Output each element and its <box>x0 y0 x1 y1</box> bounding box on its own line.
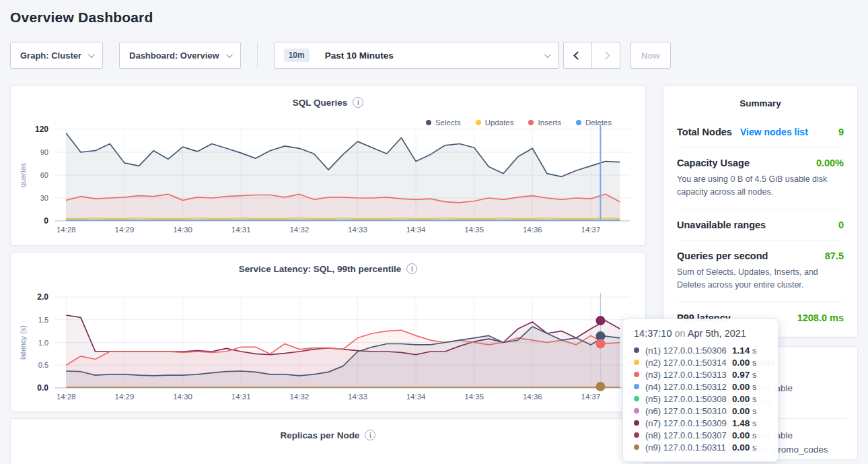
service-latency-panel: Service Latency: SQL, 99th percentile i … <box>10 252 646 412</box>
sql-queries-panel: SQL Queries i Selects Updates Inserts <box>10 86 646 246</box>
node-latency-value: 0.00 s <box>732 394 767 404</box>
tooltip-node-row: (n3) 127.0.0.1:50313 0.97 s <box>634 368 767 380</box>
svg-text:2.0: 2.0 <box>37 292 48 302</box>
node-address: (n1) 127.0.0.1:50306 <box>645 345 727 356</box>
node-color-dot <box>634 384 639 389</box>
node-latency-value: 1.48 s <box>732 418 767 428</box>
node-address: (n6) 127.0.0.1:50310 <box>645 406 727 416</box>
tooltip-date: Apr 5th, 2021 <box>688 328 746 339</box>
svg-text:14:34: 14:34 <box>406 393 426 401</box>
sql-queries-chart[interactable]: 030609012014:2814:2914:3014:3114:3214:33… <box>11 86 647 246</box>
graph-dropdown-label: Graph: Cluster <box>20 51 81 61</box>
time-next-button[interactable] <box>591 42 620 69</box>
svg-text:14:30: 14:30 <box>173 393 192 401</box>
time-range-label: Past 10 Minutes <box>325 51 394 61</box>
chevron-down-icon <box>226 51 233 58</box>
graph-dropdown[interactable]: Graph: Cluster <box>10 42 103 69</box>
replicas-per-node-panel: Replicas per Node i <box>10 418 646 464</box>
node-latency-value: 0.97 s <box>732 370 767 380</box>
chart-hover-tooltip: 14:37:10 on Apr 5th, 2021 (n1) 127.0.0.1… <box>622 319 779 462</box>
svg-text:14:36: 14:36 <box>523 393 542 401</box>
svg-text:14:31: 14:31 <box>231 226 251 234</box>
tooltip-timestamp: 14:37:10 on Apr 5th, 2021 <box>634 328 767 339</box>
time-prev-button[interactable] <box>563 42 592 69</box>
summary-value: 1208.0 ms <box>797 312 844 323</box>
chevron-down-icon <box>544 51 551 58</box>
summary-row-unavailable-ranges: Unavailable ranges 0 <box>677 209 844 240</box>
svg-text:0.5: 0.5 <box>38 361 48 369</box>
node-color-dot <box>634 396 639 401</box>
time-pager <box>563 42 620 69</box>
tooltip-node-row: (n6) 127.0.0.1:50310 0.00 s <box>634 405 767 417</box>
summary-row-qps: Queries per second 87.5 Sum of Selects, … <box>677 240 844 302</box>
summary-value: 9 <box>838 127 844 137</box>
node-latency-value: 0.00 s <box>732 382 767 392</box>
node-color-dot <box>634 408 639 413</box>
chart-title: Replicas per Node <box>281 430 360 440</box>
chevron-down-icon <box>88 51 95 58</box>
svg-text:latency (s): latency (s) <box>19 325 27 360</box>
svg-text:14:35: 14:35 <box>464 226 484 234</box>
svg-text:14:31: 14:31 <box>231 393 251 401</box>
tooltip-node-row: (n7) 127.0.0.1:50309 1.48 s <box>634 417 767 429</box>
tooltip-time: 14:37:10 <box>634 328 672 339</box>
node-address: (n3) 127.0.0.1:50313 <box>645 370 727 380</box>
svg-text:14:29: 14:29 <box>115 393 135 401</box>
node-latency-value: 0.00 s <box>732 442 767 453</box>
tooltip-node-row: (n4) 127.0.0.1:50312 0.00 s <box>634 380 767 393</box>
service-latency-chart[interactable]: 0.00.51.01.52.014:2814:2914:3014:3114:32… <box>11 253 647 413</box>
svg-text:14:28: 14:28 <box>57 226 76 234</box>
node-latency-value: 0.00 s <box>732 406 767 416</box>
summary-description: Sum of Selects, Updates, Inserts, and De… <box>677 266 844 292</box>
chevron-left-icon <box>573 51 582 60</box>
node-address: (n9) 127.0.0.1:50311 <box>645 442 726 453</box>
summary-value: 0.00% <box>816 158 844 168</box>
toolbar-divider <box>257 42 258 68</box>
node-address: (n4) 127.0.0.1:50312 <box>645 382 727 392</box>
summary-label: Total Nodes <box>677 127 732 137</box>
tooltip-node-row: (n1) 127.0.0.1:50306 1.14 s <box>634 344 767 356</box>
overview-dashboard-page: Overview Dashboard Graph: Cluster Dashbo… <box>0 0 868 464</box>
node-color-dot <box>634 444 639 450</box>
svg-text:14:37: 14:37 <box>581 393 601 401</box>
page-title: Overview Dashboard <box>10 9 858 26</box>
svg-text:14:32: 14:32 <box>289 393 309 401</box>
svg-text:14:30: 14:30 <box>173 226 192 234</box>
summary-label: Queries per second <box>677 251 768 261</box>
info-icon[interactable]: i <box>365 430 375 440</box>
toolbar: Graph: Cluster Dashboard: Overview 10m P… <box>10 42 858 69</box>
summary-row-capacity: Capacity Usage 0.00% You are using 0 B o… <box>677 147 844 209</box>
svg-text:60: 60 <box>40 171 48 179</box>
svg-text:14:36: 14:36 <box>523 226 542 234</box>
time-range-select[interactable]: 10m Past 10 Minutes <box>274 42 559 69</box>
node-color-dot <box>634 360 639 365</box>
summary-label: Unavailable ranges <box>677 220 766 230</box>
svg-text:1.5: 1.5 <box>38 316 48 324</box>
summary-value: 0 <box>838 220 844 230</box>
dashboard-dropdown[interactable]: Dashboard: Overview <box>119 42 241 69</box>
node-color-dot <box>634 432 639 438</box>
node-address: (n7) 127.0.0.1:50309 <box>645 418 727 428</box>
tooltip-sep: on <box>674 328 685 339</box>
node-color-dot <box>634 420 639 426</box>
tooltip-node-row: (n9) 127.0.0.1:50311 0.00 s <box>634 441 767 453</box>
tooltip-node-row: (n5) 127.0.0.1:50308 0.00 s <box>634 393 767 405</box>
view-nodes-list-link[interactable]: View nodes list <box>740 127 808 137</box>
now-button[interactable]: Now <box>630 42 671 69</box>
charts-column: SQL Queries i Selects Updates Inserts <box>10 86 646 464</box>
svg-text:14:28: 14:28 <box>57 393 76 401</box>
replicas-title-row: Replicas per Node i <box>11 430 645 440</box>
node-latency-value: 1.14 s <box>732 345 767 356</box>
svg-text:0.0: 0.0 <box>37 383 48 393</box>
node-latency-value: 0.00 s <box>732 358 767 368</box>
svg-text:14:33: 14:33 <box>348 393 367 401</box>
chevron-right-icon <box>602 51 610 60</box>
time-range-badge: 10m <box>284 48 310 62</box>
svg-text:1.0: 1.0 <box>38 339 48 347</box>
svg-text:14:29: 14:29 <box>115 226 135 234</box>
svg-text:14:32: 14:32 <box>289 226 309 234</box>
tooltip-node-row: (n2) 127.0.0.1:50314 0.00 s <box>634 356 767 368</box>
node-latency-value: 0.00 s <box>732 430 767 440</box>
node-address: (n5) 127.0.0.1:50308 <box>645 394 727 404</box>
svg-text:14:37: 14:37 <box>581 226 601 234</box>
